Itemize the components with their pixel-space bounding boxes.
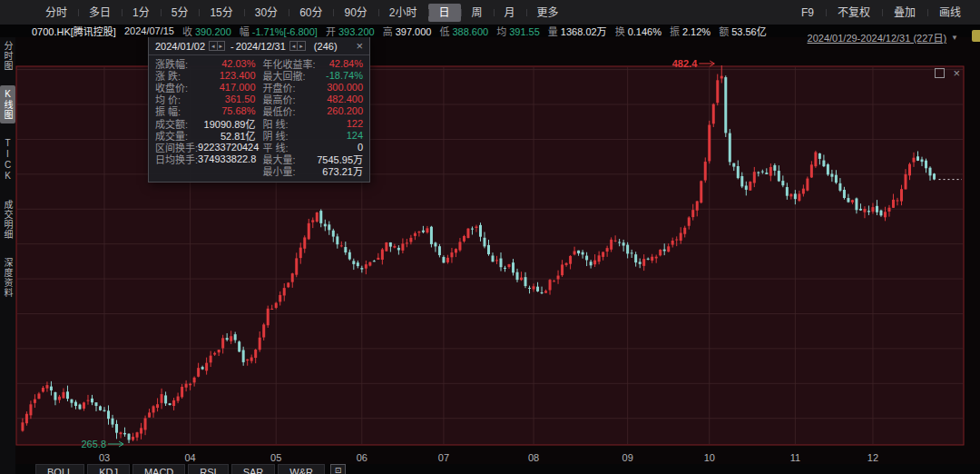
stats-row: 日均换手:374933822.8 [155,153,256,165]
sidebar-item-TICK[interactable]: TICK [2,134,14,185]
sidebar-item-分时图[interactable]: 分时图 [0,37,15,74]
date-range-label: 2024/01/29-2024/12/31 (227日) [808,30,947,44]
period-tab-90分[interactable]: 90分 [333,4,377,22]
stats-left-col: 涨跌幅:42.03%涨 跌:123.400收盘价:417.000均 价:361.… [155,57,256,177]
period-tab-5分[interactable]: 5分 [161,4,200,22]
toolbar-right: F9不复权叠加画线 [789,4,973,22]
indicator-tab-BOLL[interactable]: BOLL [35,464,84,474]
period-tab-周[interactable]: 周 [461,4,494,22]
indicator-tab-SAR[interactable]: SAR [231,464,276,474]
clipped-edge-icon[interactable] [972,30,980,42]
chevron-down-icon: ▼ [951,34,958,42]
period-tab-分时[interactable]: 分时 [34,4,78,22]
sidebar-item-深度资料[interactable]: 深度资料 [0,254,15,301]
sidebar-item-K线图[interactable]: K线图 [0,85,15,123]
indicator-settings-icon[interactable]: ⊡ [330,464,346,474]
quote-field: 额53.56亿 [719,24,767,38]
quote-field: 低388.600 [439,24,488,38]
indicator-tab-KDJ[interactable]: KDJ [87,464,130,474]
period-tab-60分[interactable]: 60分 [289,4,333,22]
period-tab-2小时[interactable]: 2小时 [378,4,428,22]
range-stats-popup: 2024/01/02 ◂▸ - 2024/12/31 ◂▸ (246) × 涨跌… [148,36,370,183]
stats-row: 最小量:673.21万 [263,165,364,177]
period-toolbar: 分时多日1分5分15分30分60分90分2小时日周月更多 F9不复权叠加画线 [0,0,980,25]
indicator-tab-MACD[interactable]: MACD [132,464,185,474]
stats-popup-body: 涨跌幅:42.03%涨 跌:123.400收盘价:417.000均 价:361.… [149,55,369,182]
popup-close-icon[interactable]: × [356,41,363,52]
stats-start-date: 2024/01/02 [155,41,205,52]
period-tab-1分[interactable]: 1分 [122,4,161,22]
maximize-icon[interactable] [935,68,945,78]
sidebar: 分时图K线图TICK成交明细深度资料 [0,25,15,474]
start-date-stepper[interactable]: ◂▸ [209,41,225,51]
toolbar-button-不复权[interactable]: 不复权 [826,4,882,22]
sidebar-item-成交明细[interactable]: 成交明细 [0,196,15,243]
stock-symbol: 0700.HK[腾讯控股] [32,24,116,38]
period-tab-15分[interactable]: 15分 [199,4,243,22]
stats-right-col: 年化收益率:42.84%最大回撤:-18.74%开盘价:300.000最高价:4… [263,57,364,177]
quote-field: 开393.200 [326,24,375,38]
quote-field: 振2.12% [670,24,710,38]
period-tabs: 分时多日1分5分15分30分60分90分2小时日周月更多 [34,0,570,25]
quote-fields: 收390.200幅-1.71%[-6.800]开393.200高397.000低… [182,24,775,38]
stats-day-count: (246) [314,41,338,52]
date-dash: - [230,41,234,52]
indicator-bar: BOLLKDJMACDRSISARW&R ⊡ [15,464,980,474]
toolbar-button-画线[interactable]: 画线 [927,4,973,22]
quote-date: 2024/07/15 [124,25,174,36]
period-tab-多日[interactable]: 多日 [78,4,122,22]
toolbar-button-叠加[interactable]: 叠加 [882,4,927,22]
quote-field: 换0.146% [615,24,662,38]
period-tab-月[interactable]: 月 [494,4,526,22]
stats-end-date: 2024/12/31 [236,41,286,52]
quote-field: 量1368.02万 [548,24,607,38]
quote-field: 收390.200 [182,24,231,38]
indicator-tab-RSI[interactable]: RSI [188,464,228,474]
indicator-tab-W&R[interactable]: W&R [278,464,325,474]
period-tab-30分[interactable]: 30分 [244,4,289,22]
quote-field: 幅-1.71%[-6.800] [240,24,318,38]
end-date-stepper[interactable]: ◂▸ [289,41,306,51]
bottom-tabs: BOLLKDJMACDRSISARW&R [35,464,325,474]
toolbar-button-F9[interactable]: F9 [789,4,826,22]
quote-field: 高397.000 [383,24,432,38]
stats-popup-header: 2024/01/02 ◂▸ - 2024/12/31 ◂▸ (246) × [149,37,369,55]
toolbar-spacer [0,0,34,25]
period-tab-更多[interactable]: 更多 [526,4,570,22]
quote-field: 均391.55 [496,24,540,38]
date-range-selector[interactable]: 2024/01/29-2024/12/31 (227日) ▼ [808,30,958,44]
panel-controls: × [935,68,960,78]
close-icon[interactable]: × [953,69,960,78]
period-tab-日[interactable]: 日 [428,4,461,22]
